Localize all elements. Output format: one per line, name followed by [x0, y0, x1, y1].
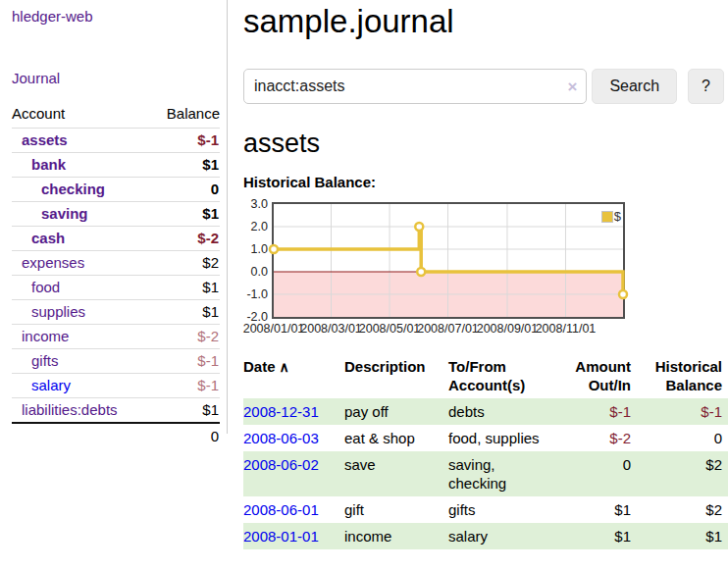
account-balance: $-2	[197, 328, 219, 344]
accounts-header-account: Account	[12, 103, 150, 129]
chart-plot: $	[272, 202, 625, 319]
main-panel: sample.journal × Search ? assets Histori…	[243, 0, 728, 549]
account-heading: assets	[243, 128, 728, 159]
register-amount: $-1	[558, 398, 637, 425]
account-balance: $-2	[197, 230, 219, 246]
register-date-link[interactable]: 2008-06-03	[243, 430, 319, 446]
account-row: cash$-2	[12, 227, 220, 251]
register-accounts: salary	[442, 523, 558, 549]
account-balance: $-1	[197, 131, 219, 148]
register-header-amount: Amount Out/In	[558, 355, 637, 398]
register-accounts: gifts	[442, 496, 558, 523]
register-date-link[interactable]: 2008-06-01	[243, 501, 319, 518]
legend-label: $	[614, 209, 621, 224]
register-header-balance: Historical Balance	[637, 355, 728, 398]
account-balance: $-1	[197, 352, 219, 369]
search-input[interactable]	[243, 69, 587, 104]
sidebar-account-link[interactable]: supplies	[12, 303, 85, 320]
register-date-link[interactable]: 2008-12-31	[243, 403, 319, 420]
register-description: income	[338, 523, 442, 549]
search-box: ×	[243, 69, 587, 104]
register-balance: 0	[637, 425, 728, 451]
register-row: 2008-06-01giftgifts$1$2	[243, 496, 728, 523]
register-row: 2008-06-03eat & shopfood, supplies$-20	[243, 425, 728, 451]
account-row: food$1	[12, 276, 220, 300]
register-header-accounts: To/From Account(s)	[442, 355, 558, 398]
register-accounts: food, supplies	[442, 425, 558, 451]
x-axis-tick-label: 2008/09/01	[477, 322, 539, 336]
account-row: bank$1	[12, 153, 220, 178]
balance-chart: $ 3.02.01.00.0-1.0-2.02008/01/012008/03/…	[243, 202, 728, 341]
hledger-web-app: hledger-web Journal Account Balance asse…	[0, 0, 728, 571]
y-axis-tick-label: 0.0	[243, 265, 268, 279]
sidebar-account-link[interactable]: cash	[12, 230, 65, 246]
account-row: expenses$2	[12, 251, 220, 276]
register-date-link[interactable]: 2008-06-02	[243, 456, 319, 473]
y-axis-tick-label: 2.0	[243, 220, 268, 234]
accounts-total-row: 0	[12, 423, 220, 449]
account-row: income$-2	[12, 325, 220, 349]
help-button[interactable]: ?	[688, 69, 724, 104]
chart-canvas	[274, 204, 623, 317]
account-balance: $2	[202, 254, 219, 271]
sidebar-account-link[interactable]: bank	[12, 156, 66, 173]
account-row: gifts$-1	[12, 349, 220, 374]
sidebar-account-link[interactable]: salary	[12, 377, 71, 393]
register-description: save	[338, 451, 442, 496]
clear-search-icon[interactable]: ×	[567, 78, 577, 95]
register-description: eat & shop	[338, 425, 442, 451]
x-axis-tick-label: 2008/03/01	[300, 322, 362, 336]
register-balance: $-1	[637, 398, 728, 425]
x-axis-tick-label: 2008/11/01	[536, 322, 597, 336]
sort-asc-icon: ∧	[280, 359, 289, 375]
register-amount: $1	[558, 496, 637, 523]
y-axis-tick-label: 1.0	[243, 242, 268, 256]
accounts-header-balance: Balance	[150, 103, 220, 129]
sidebar-account-link[interactable]: expenses	[12, 254, 84, 271]
account-row: saving$1	[12, 202, 220, 227]
sidebar-item-journal[interactable]: Journal	[12, 70, 220, 86]
register-balance: $2	[637, 451, 728, 496]
sidebar-account-link[interactable]: checking	[12, 181, 105, 197]
register-balance: $1	[637, 523, 728, 549]
register-row: 2008-06-02savesaving, checking0$2	[243, 451, 728, 496]
account-balance: $1	[202, 401, 219, 418]
register-header-date[interactable]: Date∧	[243, 355, 338, 398]
sidebar-account-link[interactable]: food	[12, 279, 60, 295]
register-amount: $1	[558, 523, 637, 549]
account-balance: 0	[211, 181, 219, 197]
search-button[interactable]: Search	[592, 69, 677, 104]
register-row: 2008-01-01incomesalary$1$1	[243, 523, 728, 549]
accounts-total-spacer	[12, 423, 150, 449]
legend-swatch-icon	[601, 211, 613, 223]
accounts-total-value: 0	[150, 423, 220, 449]
x-axis-tick-label: 2008/05/01	[359, 322, 421, 336]
sidebar-account-link[interactable]: liabilities:debts	[12, 401, 118, 418]
y-axis-tick-label: -1.0	[243, 287, 268, 301]
register-header-description: Description	[338, 355, 442, 398]
register-date-link[interactable]: 2008-01-01	[243, 528, 319, 545]
register-description: pay off	[338, 398, 442, 425]
accounts-table: Account Balance assets$-1bank$1checking0…	[12, 103, 220, 449]
account-balance: $1	[202, 279, 219, 295]
register-accounts: saving, checking	[442, 451, 558, 496]
sidebar-account-link[interactable]: saving	[12, 205, 88, 222]
account-balance: $1	[202, 303, 219, 320]
account-balance: $-1	[197, 377, 219, 393]
account-balance: $1	[202, 156, 219, 173]
account-balance: $1	[202, 205, 219, 222]
brand-link[interactable]: hledger-web	[12, 8, 220, 25]
sidebar-account-link[interactable]: assets	[12, 131, 68, 148]
register-amount: 0	[558, 451, 637, 496]
register-accounts: debts	[442, 398, 558, 425]
y-axis-tick-label: 3.0	[243, 197, 268, 211]
sidebar-account-link[interactable]: gifts	[12, 352, 59, 369]
chart-legend: $	[601, 209, 621, 224]
account-row: supplies$1	[12, 300, 220, 325]
account-row: liabilities:debts$1	[12, 398, 220, 424]
sidebar-account-link[interactable]: income	[12, 328, 69, 344]
register-row: 2008-12-31pay offdebts$-1$-1	[243, 398, 728, 425]
account-row: assets$-1	[12, 129, 220, 153]
x-axis-tick-label: 2008/07/01	[417, 322, 479, 336]
register-table: Date∧ Description To/From Account(s) Amo…	[243, 355, 728, 549]
